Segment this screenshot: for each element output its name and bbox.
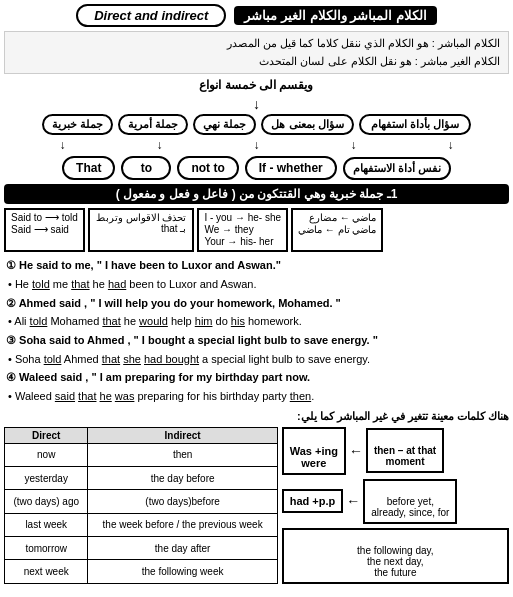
example-1: ① He said to me, " I have been to Luxor … [4, 256, 509, 293]
tenses-box: ماضي ← مضارع ماضي تام ← ماضي [291, 208, 383, 252]
left-arrow-1: ← [349, 443, 363, 459]
keyword-that: That [62, 156, 115, 180]
title-arabic: الكلام المباشر والكلام الغير مباشر [234, 6, 436, 25]
was-ing-row: Was +ing were ← then – at that moment [282, 427, 509, 475]
table-cell-indirect: the day before [88, 467, 277, 490]
example-3-indirect: • Soha told Ahmed that she had bought a … [8, 350, 509, 369]
example-2-indirect: • Ali told Mohamed that he would help hi… [8, 312, 509, 331]
said-to-told: Said to ⟶ told [11, 212, 78, 223]
table-cell-direct: now [5, 443, 88, 466]
example-4: ④ Waleed said , " I am preparing for my … [4, 368, 509, 405]
table-row: (two days) ago(two days)before [5, 490, 278, 513]
category-khabaria: جملة خبرية [42, 114, 113, 135]
num-2: ② [6, 297, 19, 309]
that-label: بـ that [96, 223, 187, 234]
tense-madi: ماضي ← مضارع [298, 212, 376, 223]
example-1-direct: ① He said to me, " I have been to Luxor … [6, 256, 509, 275]
num-4: ④ [6, 371, 19, 383]
said-told-box: Said to ⟶ told Said ⟶ said [4, 208, 85, 252]
example-4-direct: ④ Waleed said , " I am preparing for my … [6, 368, 509, 387]
conversion-table: Direct Indirect nowthenyesterdaythe day … [4, 427, 278, 584]
table-cell-indirect: (two days)before [88, 490, 277, 513]
said-said: Said ⟶ said [11, 224, 78, 235]
pronoun-your: Your → his- her [204, 236, 281, 247]
num-1: ① [6, 259, 19, 271]
num-3: ③ [6, 334, 19, 346]
table-row: next weekthe following week [5, 560, 278, 583]
categories-row: جملة خبرية جملة أمرية جملة نهي سؤال بمعن… [4, 114, 509, 135]
yaqsimu-label: ويقسم الى خمسة انواع [4, 78, 509, 92]
examples-section: ① He said to me, " I have been to Luxor … [4, 256, 509, 406]
bottom-section: Direct Indirect nowthenyesterdaythe day … [4, 427, 509, 584]
arabic-note: هناك كلمات معينة تتغير في غير المباشر كم… [4, 410, 509, 423]
tense-madi-tam: ماضي تام ← ماضي [298, 224, 376, 235]
section1-header: 1ـ جملة خبرية وهي القتتكون من ( فاعل و ف… [4, 184, 509, 204]
pronoun-i-you: I - you → he- she [204, 212, 281, 223]
table-cell-direct: last week [5, 513, 88, 536]
keyword-to: to [121, 156, 171, 180]
example-2: ② Ahmed said , " I will help you do your… [4, 294, 509, 331]
example-3-direct: ③ Soha said to Ahmed , " I bought a spec… [6, 331, 509, 350]
before-box: before yet, already, since, for [363, 479, 457, 524]
keyword-if-whether: If - whether [245, 156, 337, 180]
then-box: then – at that moment [366, 428, 444, 473]
definition-direct: الكلام المباشر : هو الكلام الذي ننقل كلا… [13, 35, 500, 53]
right-boxes: Was +ing were ← then – at that moment ha… [282, 427, 509, 584]
pronouns-box: I - you → he- she We → they Your → his- … [197, 208, 288, 252]
table-cell-indirect: the week before / the previous week [88, 513, 277, 536]
table-cell-direct: (two days) ago [5, 490, 88, 513]
table-cell-indirect: the following week [88, 560, 277, 583]
example-4-indirect: • Waleed said that he was preparing for … [8, 387, 509, 406]
was-ing-box: Was +ing were [282, 427, 346, 475]
table-header-direct: Direct [5, 427, 88, 443]
table-cell-direct: next week [5, 560, 88, 583]
tashkil-box: تحذف الاقواس وتربط بـ that [88, 208, 195, 252]
following-day-box: the following day, the next day, the fut… [282, 528, 509, 584]
keyword-nafs: نفس أداة الاستفهام [343, 157, 451, 180]
table-header-indirect: Indirect [88, 427, 277, 443]
table-row: last weekthe week before / the previous … [5, 513, 278, 536]
example-3: ③ Soha said to Ahmed , " I bought a spec… [4, 331, 509, 368]
category-amria: جملة أمرية [118, 114, 188, 135]
left-arrow-2: ← [346, 493, 360, 509]
pronoun-we: We → they [204, 224, 281, 235]
category-nahy: جملة نهي [193, 114, 256, 135]
table-row: nowthen [5, 443, 278, 466]
tashkil-label: تحذف الاقواس وتربط [96, 212, 187, 223]
example-1-indirect: • He told me that he had been to Luxor a… [8, 275, 509, 294]
title-row: Direct and indirect الكلام المباشر والكل… [4, 4, 509, 27]
category-soal-adah: سؤال بأداة استفهام [359, 114, 471, 135]
title-english: Direct and indirect [76, 4, 226, 27]
category-soal-hal: سؤال بمعنى هل [261, 114, 353, 135]
table-cell-indirect: then [88, 443, 277, 466]
table-cell-direct: yesterday [5, 467, 88, 490]
keywords-row: That to not to If - whether نفس أداة الا… [4, 156, 509, 180]
conversion-row: Said to ⟶ told Said ⟶ said تحذف الاقواس … [4, 208, 509, 252]
keyword-not-to: not to [177, 156, 238, 180]
example-2-direct: ② Ahmed said , " I will help you do your… [6, 294, 509, 313]
table-cell-direct: tomorrow [5, 537, 88, 560]
had-box: had +p.p [282, 489, 344, 513]
table-row: yesterdaythe day before [5, 467, 278, 490]
had-pp-row: had +p.p ← before yet, already, since, f… [282, 479, 509, 524]
page: Direct and indirect الكلام المباشر والكل… [0, 0, 513, 588]
table-cell-indirect: the day after [88, 537, 277, 560]
definitions-box: الكلام المباشر : هو الكلام الذي ننقل كلا… [4, 31, 509, 74]
definition-indirect: الكلام الغير مباشر : هو نقل الكلام على ل… [13, 53, 500, 71]
table-row: tomorrowthe day after [5, 537, 278, 560]
